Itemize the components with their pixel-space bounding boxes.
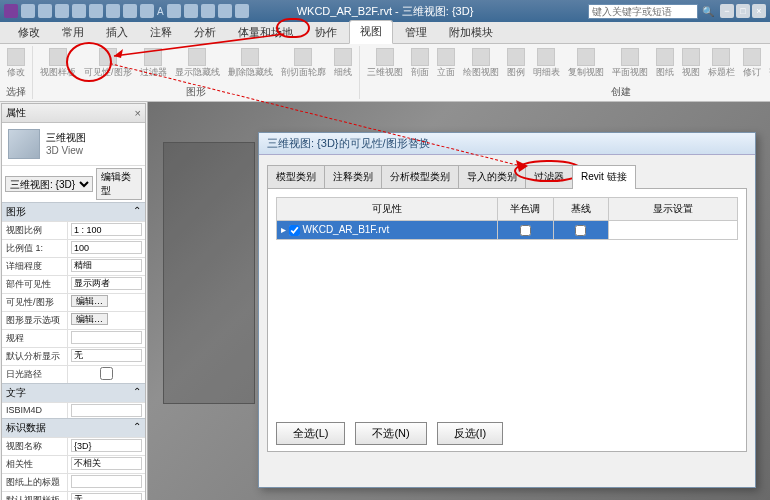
menu-collaborate[interactable]: 协作 — [305, 22, 347, 44]
menu-manage[interactable]: 管理 — [395, 22, 437, 44]
property-value[interactable] — [68, 403, 145, 418]
qat-icon[interactable] — [167, 4, 181, 18]
dialog-tab[interactable]: 注释类别 — [324, 165, 382, 188]
property-value[interactable] — [68, 258, 145, 275]
property-value[interactable]: 编辑… — [68, 312, 145, 329]
qat-icon[interactable] — [123, 4, 137, 18]
ribbon-button[interactable]: 视图样板 — [37, 46, 79, 84]
save-icon[interactable] — [38, 4, 52, 18]
ribbon-button[interactable]: 图例 — [504, 46, 528, 84]
halftone-checkbox[interactable] — [520, 225, 531, 236]
ribbon: 修改选择视图样板可见性/图形过滤器显示隐藏线删除隐藏线剖切面轮廓细线图形三维视图… — [0, 44, 770, 102]
ribbon-button[interactable]: 细线 — [331, 46, 355, 84]
property-value[interactable] — [68, 474, 145, 491]
ribbon-button[interactable]: 绘图视图 — [460, 46, 502, 84]
property-row: 视图名称 — [2, 437, 145, 455]
visibility-checkbox[interactable] — [289, 225, 300, 236]
menu-home[interactable]: 常用 — [52, 22, 94, 44]
ribbon-button[interactable]: 剖切面轮廓 — [278, 46, 329, 84]
col-halftone[interactable]: 半色调 — [498, 198, 553, 221]
redo-icon[interactable] — [72, 4, 86, 18]
ribbon-label: 复制视图 — [568, 67, 604, 77]
ribbon-button[interactable]: 范围框 — [766, 46, 770, 84]
menu-insert[interactable]: 插入 — [96, 22, 138, 44]
property-value[interactable] — [68, 276, 145, 293]
ribbon-button[interactable]: 标题栏 — [705, 46, 738, 84]
dialog-tab[interactable]: 导入的类别 — [458, 165, 526, 188]
property-section[interactable]: 标识数据⌃ — [2, 418, 145, 437]
ribbon-button[interactable]: 修改 — [4, 46, 28, 84]
property-value[interactable] — [68, 438, 145, 455]
select-all-button[interactable]: 全选(L) — [276, 422, 345, 445]
dialog-tab[interactable]: 分析模型类别 — [381, 165, 459, 188]
property-value[interactable] — [68, 348, 145, 365]
ribbon-button[interactable]: 剖面 — [408, 46, 432, 84]
col-display[interactable]: 显示设置 — [608, 198, 737, 221]
close-icon[interactable]: × — [135, 107, 141, 119]
edit-type-button[interactable]: 编辑类型 — [96, 168, 142, 200]
close-icon[interactable]: × — [752, 4, 766, 18]
search-icon[interactable]: 🔍 — [702, 6, 714, 17]
property-value[interactable] — [68, 456, 145, 473]
ribbon-button[interactable]: 图纸 — [653, 46, 677, 84]
invert-button[interactable]: 反选(I) — [437, 422, 503, 445]
property-row: 详细程度 — [2, 257, 145, 275]
minimize-icon[interactable]: − — [720, 4, 734, 18]
qat-icon[interactable] — [184, 4, 198, 18]
display-setting-button[interactable]: 按主体视图 — [608, 221, 737, 240]
property-value[interactable] — [68, 366, 145, 383]
quick-access-toolbar: A — [4, 4, 249, 18]
group-label: 选择 — [6, 84, 26, 99]
property-value[interactable] — [68, 492, 145, 500]
qat-icon[interactable] — [140, 4, 154, 18]
instance-selector[interactable]: 三维视图: {3D} — [5, 176, 93, 192]
menu-addins[interactable]: 附加模块 — [439, 22, 503, 44]
col-underlay[interactable]: 基线 — [553, 198, 608, 221]
menu-annotate[interactable]: 注释 — [140, 22, 182, 44]
select-none-button[interactable]: 不选(N) — [355, 422, 426, 445]
ribbon-button[interactable]: 立面 — [434, 46, 458, 84]
ribbon-button[interactable]: 明细表 — [530, 46, 563, 84]
qat-icon[interactable] — [106, 4, 120, 18]
ribbon-label: 过滤器 — [140, 67, 167, 77]
ribbon-button[interactable]: 复制视图 — [565, 46, 607, 84]
underlay-checkbox[interactable] — [575, 225, 586, 236]
property-value[interactable] — [68, 240, 145, 257]
menu-massing[interactable]: 体量和场地 — [228, 22, 303, 44]
property-value[interactable] — [68, 330, 145, 347]
tool-icon — [241, 48, 259, 66]
undo-icon[interactable] — [55, 4, 69, 18]
menu-view[interactable]: 视图 — [349, 20, 393, 44]
dialog-tab[interactable]: 模型类别 — [267, 165, 325, 188]
ribbon-button[interactable]: 视图 — [679, 46, 703, 84]
menu-modify[interactable]: 修改 — [8, 22, 50, 44]
open-icon[interactable] — [21, 4, 35, 18]
qat-icon[interactable] — [201, 4, 215, 18]
dialog-tab[interactable]: 过滤器 — [525, 165, 573, 188]
tool-icon — [376, 48, 394, 66]
search-input[interactable] — [588, 4, 698, 19]
dialog-tab[interactable]: Revit 链接 — [572, 165, 636, 189]
ribbon-button[interactable]: 显示隐藏线 — [172, 46, 223, 84]
print-icon[interactable] — [89, 4, 103, 18]
menu-analyze[interactable]: 分析 — [184, 22, 226, 44]
col-visibility[interactable]: 可见性 — [277, 198, 498, 221]
property-section[interactable]: 文字⌃ — [2, 383, 145, 402]
ribbon-button[interactable]: 平面视图 — [609, 46, 651, 84]
tool-icon — [49, 48, 67, 66]
ribbon-button[interactable]: 修订 — [740, 46, 764, 84]
ribbon-button[interactable]: 可见性/图形 — [81, 46, 135, 84]
ribbon-label: 标题栏 — [708, 67, 735, 77]
app-icon[interactable] — [4, 4, 18, 18]
property-value[interactable] — [68, 222, 145, 239]
property-section[interactable]: 图形⌃ — [2, 202, 145, 221]
ribbon-button[interactable]: 三维视图 — [364, 46, 406, 84]
table-row[interactable]: ▸ WKCD_AR_B1F.rvt 按主体视图 — [277, 221, 738, 240]
maximize-icon[interactable]: □ — [736, 4, 750, 18]
qat-icon[interactable] — [218, 4, 232, 18]
property-row: 部件可见性 — [2, 275, 145, 293]
ribbon-button[interactable]: 删除隐藏线 — [225, 46, 276, 84]
qat-icon[interactable] — [235, 4, 249, 18]
ribbon-button[interactable]: 过滤器 — [137, 46, 170, 84]
property-value[interactable]: 编辑… — [68, 294, 145, 311]
